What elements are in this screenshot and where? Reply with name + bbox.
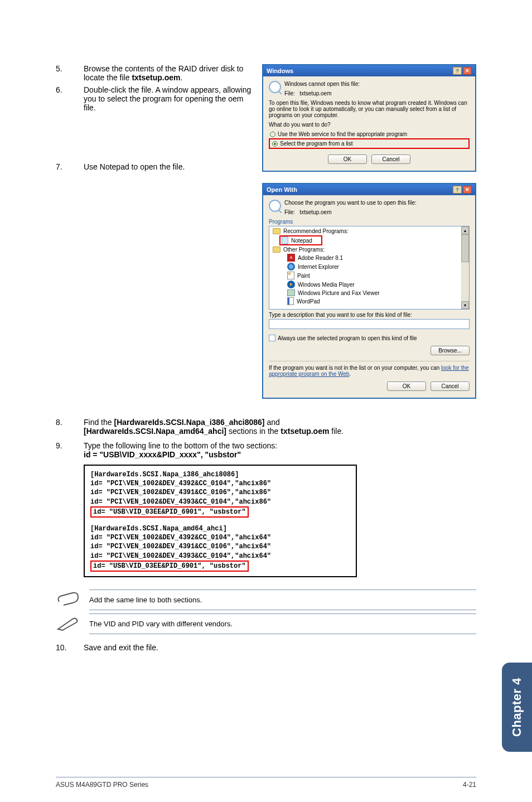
step-8-text: Find the [HardwareIds.SCSI.Napa_i386_ahc…: [84, 418, 476, 436]
step-5-tail: .: [181, 73, 183, 82]
program-paint[interactable]: Paint: [297, 273, 310, 279]
what-do-text: What do you want to do?: [269, 122, 470, 128]
code-block: [HardwareIds.SCSI.Napa_i386_ahci8086] id…: [84, 465, 357, 577]
highlighted-code-line: id= "USB\VID_03EE&PID_6901", "usbstor": [90, 561, 249, 572]
cancel-button[interactable]: Cancel: [431, 381, 470, 391]
open-with-dialog: Open With ? ✕ Choose the program you wan…: [262, 183, 476, 399]
ok-button[interactable]: OK: [387, 381, 426, 391]
browse-button[interactable]: Browse...: [431, 346, 470, 355]
highlighted-code-line: id= "USB\VID_03EE&PID_6901", "usbstor": [90, 506, 249, 518]
ie-icon: [287, 263, 295, 270]
open-with-title: Open With: [267, 186, 297, 193]
step-6-number: 6.: [56, 85, 84, 112]
link-tail: .: [349, 371, 351, 377]
step-6-text: Double-click the file. A window appears,…: [84, 85, 254, 112]
step-8-c: sections in the: [226, 427, 280, 436]
radio-web[interactable]: [270, 132, 275, 137]
footer-page-number: 4-21: [463, 781, 476, 789]
group-other: Other Programs:: [283, 247, 325, 253]
ok-button[interactable]: OK: [328, 154, 367, 164]
program-adobe[interactable]: Adobe Reader 8.1: [298, 255, 343, 261]
pen-icon: [56, 615, 80, 633]
link-lead: If the program you want is not in the li…: [269, 365, 441, 371]
program-wmp[interactable]: Windows Media Player: [298, 282, 355, 288]
wordpad-icon: [287, 297, 294, 305]
magnifier-icon: [269, 200, 281, 212]
highlighted-option: Select the program from a list: [269, 138, 470, 149]
code-line: id= "PCI\VEN_1002&DEV_4393&CC_0104","ahc…: [90, 552, 350, 561]
paperclip-icon: [56, 591, 80, 609]
group-recommended: Recommended Programs:: [283, 228, 349, 234]
code-line: id= "PCI\VEN_1002&DEV_4391&CC_0106","ahc…: [90, 488, 350, 497]
description-label: Type a description that you want to use …: [269, 312, 470, 318]
step-8-d: file.: [329, 427, 344, 436]
step-5-bold: txtsetup.oem: [132, 73, 180, 82]
chapter-tab-label: Chapter 4: [510, 678, 524, 737]
note-1-text: Add the same line to both sections.: [89, 590, 476, 610]
radio-web-label: Use the Web service to find the appropri…: [278, 131, 407, 137]
note-2-text: The VID and PID vary with different vend…: [89, 613, 476, 634]
highlighted-notepad: Notepad: [279, 235, 322, 245]
always-use-label: Always use the selected program to open …: [278, 335, 417, 341]
file-label: File:: [284, 90, 295, 96]
step-10-number: 10.: [56, 643, 84, 652]
open-explain-text: To open this file, Windows needs to know…: [269, 100, 470, 118]
step-5-number: 5.: [56, 64, 84, 82]
file-value: txtsetup.oem: [299, 90, 331, 96]
always-use-checkbox[interactable]: [269, 335, 275, 341]
close-icon[interactable]: ✕: [463, 186, 472, 194]
paint-icon: [287, 272, 294, 279]
step-5-text: Browse the contents of the RAID driver d…: [84, 64, 254, 82]
file-value: txtsetup.oem: [299, 209, 331, 215]
help-icon[interactable]: ?: [453, 186, 462, 194]
program-list[interactable]: Recommended Programs: Notepad Other Prog…: [269, 226, 470, 310]
code-line: id= "PCI\VEN_1002&DEV_4392&CC_0104","ahc…: [90, 479, 350, 488]
windows-dialog-title: Windows: [267, 67, 293, 74]
choose-program-text: Choose the program you want to use to op…: [284, 200, 417, 206]
scroll-thumb[interactable]: [461, 234, 469, 262]
step-8-lead: Find the: [84, 418, 114, 427]
step-8-number: 8.: [56, 418, 84, 436]
close-icon[interactable]: ✕: [463, 67, 472, 75]
program-picviewer[interactable]: Windows Picture and Fax Viewer: [298, 290, 380, 296]
program-ie[interactable]: Internet Explorer: [298, 264, 339, 270]
radio-list-label: Select the program from a list: [280, 141, 353, 147]
code-line: id= "PCI\VEN_1002&DEV_4392&CC_0104","ahc…: [90, 533, 350, 542]
notepad-icon: [282, 236, 288, 244]
radio-list[interactable]: [272, 141, 278, 147]
magnifier-icon: [269, 81, 281, 93]
wmp-icon: [287, 281, 295, 288]
step-8-b3: txtsetup.oem: [280, 427, 329, 436]
step-8-b1: [HardwareIds.SCSI.Napa_i386_ahci8086]: [114, 418, 264, 427]
chapter-tab: Chapter 4: [502, 663, 532, 752]
step-9-lead: Type the following line to the bottom of…: [84, 441, 277, 450]
file-label: File:: [284, 209, 295, 215]
scrollbar[interactable]: ▴ ▾: [461, 226, 469, 309]
step-9-code: id = "USB\VID_xxxx&PID_xxxx", "usbstor": [84, 450, 241, 459]
cancel-button[interactable]: Cancel: [371, 154, 410, 164]
program-wordpad[interactable]: WordPad: [297, 298, 320, 305]
code-line: [HardwareIds.SCSI.Napa_i386_ahci8086]: [90, 470, 350, 479]
step-9-number: 9.: [56, 441, 84, 459]
step-10-text: Save and exit the file.: [84, 643, 476, 652]
help-icon[interactable]: ?: [453, 67, 462, 75]
picture-viewer-icon: [287, 289, 295, 296]
step-8-b2: [HardwareIds.SCSI.Napa_amd64_ahci]: [84, 427, 226, 436]
code-line: id= "PCI\VEN_1002&DEV_4393&CC_0104","ahc…: [90, 497, 350, 506]
step-9-text: Type the following line to the bottom of…: [84, 441, 476, 459]
cannot-open-text: Windows cannot open this file:: [284, 81, 360, 87]
scroll-up-icon[interactable]: ▴: [461, 226, 469, 234]
step-7-number: 7.: [56, 162, 84, 171]
step-8-mid: and: [265, 418, 280, 427]
programs-heading: Programs: [269, 219, 470, 225]
adobe-icon: A: [287, 254, 295, 262]
scroll-down-icon[interactable]: ▾: [461, 301, 469, 309]
step-7-text: Use Notepad to open the file.: [84, 162, 254, 171]
program-notepad[interactable]: Notepad: [291, 238, 312, 244]
description-input[interactable]: [269, 319, 470, 329]
folder-icon: [273, 247, 280, 253]
code-line: [HardwareIds.SCSI.Napa_amd64_ahci]: [90, 524, 350, 533]
windows-dialog: Windows ? ✕ Windows cannot open this fil…: [262, 64, 476, 172]
footer-product: ASUS M4A89GTD PRO Series: [56, 781, 148, 789]
code-line: id= "PCI\VEN_1002&DEV_4391&CC_0106","ahc…: [90, 542, 350, 551]
